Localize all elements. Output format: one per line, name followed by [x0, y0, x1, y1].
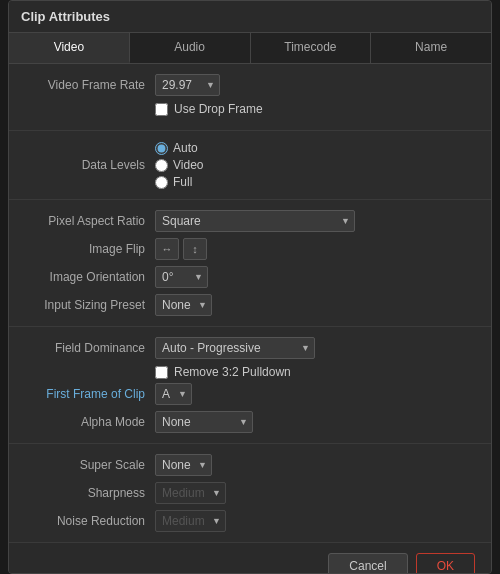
input-sizing-label: Input Sizing Preset [25, 298, 155, 312]
data-levels-full[interactable]: Full [155, 175, 203, 189]
first-frame-label: First Frame of Clip [25, 387, 155, 401]
input-sizing-select[interactable]: None [155, 294, 212, 316]
alpha-mode-row: Alpha Mode None Premultiplied Straight ▼ [25, 411, 475, 433]
first-frame-select[interactable]: A B [155, 383, 192, 405]
pixel-aspect-select[interactable]: Square 4:3 16:9 [155, 210, 355, 232]
sharpness-row: Sharpness Medium Low High ▼ [25, 482, 475, 504]
data-levels-radio-group: Auto Video Full [155, 141, 203, 189]
noise-reduction-select-wrapper: Medium Low High ▼ [155, 510, 226, 532]
alpha-mode-select[interactable]: None Premultiplied Straight [155, 411, 253, 433]
image-flip-label: Image Flip [25, 242, 155, 256]
frame-rate-section: Video Frame Rate 29.97 23.976 24 25 30 6… [9, 64, 491, 131]
field-dominance-label: Field Dominance [25, 341, 155, 355]
image-orientation-row: Image Orientation 0° 90° 180° 270° ▼ [25, 266, 475, 288]
super-scale-label: Super Scale [25, 458, 155, 472]
image-flip-buttons: ↔ ↕ [155, 238, 207, 260]
flip-vertical-button[interactable]: ↕ [183, 238, 207, 260]
drop-frame-row: Use Drop Frame [155, 102, 475, 116]
input-sizing-row: Input Sizing Preset None ▼ [25, 294, 475, 316]
pixel-aspect-label: Pixel Aspect Ratio [25, 214, 155, 228]
image-orientation-select[interactable]: 0° 90° 180° 270° [155, 266, 208, 288]
cancel-button[interactable]: Cancel [328, 553, 407, 574]
pixel-aspect-select-wrapper: Square 4:3 16:9 ▼ [155, 210, 355, 232]
pixel-aspect-row: Pixel Aspect Ratio Square 4:3 16:9 ▼ [25, 210, 475, 232]
data-levels-auto[interactable]: Auto [155, 141, 203, 155]
tab-bar: Video Audio Timecode Name [9, 33, 491, 64]
data-levels-video[interactable]: Video [155, 158, 203, 172]
super-scale-select-wrapper: None 2x 3x 4x ▼ [155, 454, 212, 476]
sharpness-select-wrapper: Medium Low High ▼ [155, 482, 226, 504]
dialog-footer: Cancel OK [9, 543, 491, 574]
tab-video[interactable]: Video [9, 33, 130, 63]
data-levels-row: Data Levels Auto Video Full [25, 141, 475, 189]
field-section: Field Dominance Auto - Progressive Top F… [9, 327, 491, 444]
frame-rate-select-wrapper: 29.97 23.976 24 25 30 60 ▼ [155, 74, 220, 96]
data-levels-section: Data Levels Auto Video Full [9, 131, 491, 200]
ok-button[interactable]: OK [416, 553, 475, 574]
image-orientation-label: Image Orientation [25, 270, 155, 284]
use-drop-frame-checkbox[interactable] [155, 103, 168, 116]
super-scale-select[interactable]: None 2x 3x 4x [155, 454, 212, 476]
noise-reduction-row: Noise Reduction Medium Low High ▼ [25, 510, 475, 532]
scale-section: Super Scale None 2x 3x 4x ▼ Sharpness Me… [9, 444, 491, 543]
field-dominance-row: Field Dominance Auto - Progressive Top F… [25, 337, 475, 359]
remove-pulldown-row: Remove 3:2 Pulldown [155, 365, 475, 379]
use-drop-frame-label: Use Drop Frame [174, 102, 263, 116]
tab-timecode[interactable]: Timecode [251, 33, 372, 63]
first-frame-select-wrapper: A B ▼ [155, 383, 192, 405]
pixel-section: Pixel Aspect Ratio Square 4:3 16:9 ▼ Ima… [9, 200, 491, 327]
tab-name[interactable]: Name [371, 33, 491, 63]
noise-reduction-label: Noise Reduction [25, 514, 155, 528]
data-levels-label: Data Levels [25, 158, 155, 172]
flip-horizontal-button[interactable]: ↔ [155, 238, 179, 260]
input-sizing-select-wrapper: None ▼ [155, 294, 212, 316]
clip-attributes-dialog: Clip Attributes Video Audio Timecode Nam… [8, 0, 492, 574]
frame-rate-select[interactable]: 29.97 23.976 24 25 30 60 [155, 74, 220, 96]
image-flip-row: Image Flip ↔ ↕ [25, 238, 475, 260]
alpha-mode-label: Alpha Mode [25, 415, 155, 429]
super-scale-row: Super Scale None 2x 3x 4x ▼ [25, 454, 475, 476]
field-dominance-select-wrapper: Auto - Progressive Top Field First Botto… [155, 337, 315, 359]
image-orientation-select-wrapper: 0° 90° 180° 270° ▼ [155, 266, 208, 288]
remove-pulldown-label: Remove 3:2 Pulldown [174, 365, 291, 379]
noise-reduction-select[interactable]: Medium Low High [155, 510, 226, 532]
first-frame-row: First Frame of Clip A B ▼ [25, 383, 475, 405]
frame-rate-label: Video Frame Rate [25, 78, 155, 92]
dialog-title: Clip Attributes [9, 1, 491, 33]
tab-audio[interactable]: Audio [130, 33, 251, 63]
remove-pulldown-checkbox[interactable] [155, 366, 168, 379]
sharpness-select[interactable]: Medium Low High [155, 482, 226, 504]
alpha-mode-select-wrapper: None Premultiplied Straight ▼ [155, 411, 253, 433]
sharpness-label: Sharpness [25, 486, 155, 500]
field-dominance-select[interactable]: Auto - Progressive Top Field First Botto… [155, 337, 315, 359]
frame-rate-row: Video Frame Rate 29.97 23.976 24 25 30 6… [25, 74, 475, 96]
